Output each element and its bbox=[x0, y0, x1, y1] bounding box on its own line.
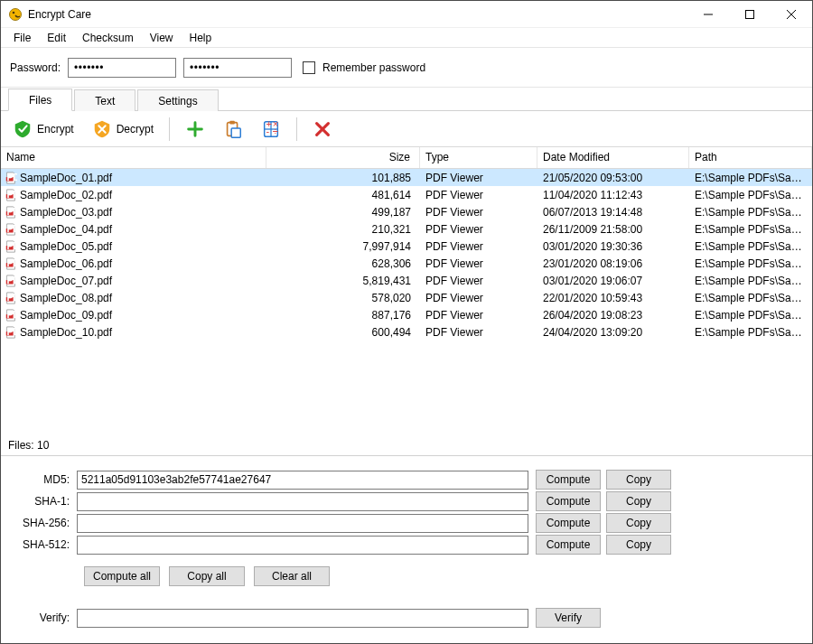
file-name: SampleDoc_02.pdf bbox=[20, 189, 112, 201]
table-row[interactable]: PDFSampleDoc_04.pdf210,321PDF Viewer26/1… bbox=[1, 220, 812, 238]
file-type: PDF Viewer bbox=[420, 275, 537, 287]
table-row[interactable]: PDFSampleDoc_02.pdf481,614PDF Viewer11/0… bbox=[1, 186, 812, 203]
sha512-input[interactable] bbox=[77, 536, 528, 555]
pdf-icon: PDF bbox=[5, 240, 17, 253]
svg-text:PDF: PDF bbox=[6, 257, 17, 268]
add-button[interactable] bbox=[179, 115, 211, 144]
file-size: 887,176 bbox=[266, 309, 420, 322]
file-date: 03/01/2020 19:06:07 bbox=[537, 275, 689, 287]
col-header-type[interactable]: Type bbox=[420, 147, 537, 168]
remember-password-label: Remember password bbox=[322, 61, 425, 74]
svg-text:PDF: PDF bbox=[6, 189, 17, 200]
col-header-name[interactable]: Name bbox=[1, 147, 266, 168]
file-size: 628,306 bbox=[266, 257, 420, 270]
tab-strip: Files Text Settings bbox=[1, 88, 812, 111]
verify-label: Verify: bbox=[12, 611, 77, 624]
tab-settings[interactable]: Settings bbox=[137, 89, 218, 111]
svg-text:PDF: PDF bbox=[6, 275, 17, 285]
encrypt-button[interactable]: Encrypt bbox=[6, 115, 80, 144]
compute-all-button[interactable]: Compute all bbox=[84, 566, 160, 586]
table-row[interactable]: PDFSampleDoc_01.pdf101,885PDF Viewer21/0… bbox=[1, 169, 812, 186]
file-name: SampleDoc_09.pdf bbox=[20, 309, 112, 322]
table-row[interactable]: PDFSampleDoc_09.pdf887,176PDF Viewer26/0… bbox=[1, 306, 812, 323]
file-type: PDF Viewer bbox=[420, 240, 537, 253]
file-path: E:\Sample PDFs\Sam... bbox=[689, 309, 812, 322]
sha1-label: SHA-1: bbox=[12, 495, 77, 508]
password-label: Password: bbox=[10, 61, 61, 74]
copy-all-button[interactable]: Copy all bbox=[169, 566, 245, 586]
sha256-input[interactable] bbox=[77, 514, 528, 533]
table-row[interactable]: PDFSampleDoc_08.pdf578,020PDF Viewer22/0… bbox=[1, 289, 812, 306]
menu-view[interactable]: View bbox=[143, 30, 181, 46]
svg-text:PDF: PDF bbox=[6, 172, 17, 182]
password-input-1[interactable] bbox=[68, 58, 176, 78]
table-row[interactable]: PDFSampleDoc_03.pdf499,187PDF Viewer06/0… bbox=[1, 203, 812, 220]
md5-input[interactable] bbox=[77, 471, 528, 490]
file-type: PDF Viewer bbox=[420, 223, 537, 236]
file-path: E:\Sample PDFs\Sam... bbox=[689, 223, 812, 236]
menu-file[interactable]: File bbox=[6, 30, 38, 46]
password-input-2[interactable] bbox=[183, 58, 292, 78]
shield-green-icon bbox=[13, 119, 33, 139]
sha512-compute-button[interactable]: Compute bbox=[536, 535, 601, 555]
pdf-icon: PDF bbox=[5, 257, 17, 270]
file-name: SampleDoc_07.pdf bbox=[20, 275, 112, 287]
close-button[interactable] bbox=[771, 1, 812, 27]
verify-button[interactable]: Verify bbox=[536, 608, 601, 628]
table-row[interactable]: PDFSampleDoc_07.pdf5,819,431PDF Viewer03… bbox=[1, 272, 812, 289]
file-date: 24/04/2020 13:09:20 bbox=[537, 326, 689, 339]
menu-help[interactable]: Help bbox=[182, 30, 220, 46]
table-row[interactable]: PDFSampleDoc_05.pdf7,997,914PDF Viewer03… bbox=[1, 238, 812, 255]
md5-compute-button[interactable]: Compute bbox=[536, 470, 601, 490]
menu-checksum[interactable]: Checksum bbox=[75, 30, 141, 46]
minimize-button[interactable] bbox=[687, 1, 729, 27]
sha1-input[interactable] bbox=[77, 492, 528, 511]
svg-point-1 bbox=[13, 11, 15, 14]
menu-edit[interactable]: Edit bbox=[40, 30, 73, 46]
delete-button[interactable] bbox=[306, 115, 339, 144]
decrypt-button[interactable]: Decrypt bbox=[86, 115, 160, 144]
sha256-copy-button[interactable]: Copy bbox=[606, 513, 671, 533]
toolbar: Encrypt Decrypt +×-÷ bbox=[1, 111, 812, 147]
file-size: 578,020 bbox=[266, 292, 420, 304]
paste-button[interactable] bbox=[217, 115, 249, 144]
file-size: 101,885 bbox=[266, 172, 420, 184]
svg-text:PDF: PDF bbox=[6, 309, 17, 320]
maximize-button[interactable] bbox=[729, 1, 771, 27]
tab-files[interactable]: Files bbox=[8, 89, 72, 111]
clear-all-button[interactable]: Clear all bbox=[254, 566, 330, 586]
file-date: 26/11/2009 21:58:00 bbox=[537, 223, 689, 236]
file-size: 210,321 bbox=[266, 223, 420, 236]
table-row[interactable]: PDFSampleDoc_06.pdf628,306PDF Viewer23/0… bbox=[1, 255, 812, 272]
sha1-compute-button[interactable]: Compute bbox=[536, 491, 601, 511]
svg-text:PDF: PDF bbox=[6, 240, 17, 251]
sha512-copy-button[interactable]: Copy bbox=[606, 535, 671, 555]
pdf-icon: PDF bbox=[5, 189, 17, 201]
sha1-copy-button[interactable]: Copy bbox=[606, 491, 671, 511]
svg-text:-: - bbox=[266, 126, 270, 136]
tab-text[interactable]: Text bbox=[74, 89, 136, 111]
col-header-path[interactable]: Path bbox=[689, 147, 812, 168]
file-path: E:\Sample PDFs\Sam... bbox=[689, 257, 812, 270]
col-header-size[interactable]: Size bbox=[266, 147, 420, 168]
file-date: 26/04/2020 19:08:23 bbox=[537, 309, 689, 322]
md5-copy-button[interactable]: Copy bbox=[606, 470, 671, 490]
svg-text:PDF: PDF bbox=[6, 206, 17, 217]
verify-input[interactable] bbox=[77, 609, 528, 628]
menubar: File Edit Checksum View Help bbox=[1, 28, 812, 48]
file-name: SampleDoc_10.pdf bbox=[20, 326, 112, 339]
remember-password-checkbox[interactable] bbox=[303, 61, 315, 74]
decrypt-label: Decrypt bbox=[117, 123, 154, 135]
sha256-compute-button[interactable]: Compute bbox=[536, 513, 601, 533]
plus-icon bbox=[185, 119, 205, 139]
svg-rect-7 bbox=[229, 120, 235, 124]
file-name: SampleDoc_03.pdf bbox=[20, 206, 112, 219]
file-date: 03/01/2020 19:30:36 bbox=[537, 240, 689, 253]
file-type: PDF Viewer bbox=[420, 309, 537, 322]
table-row[interactable]: PDFSampleDoc_10.pdf600,494PDF Viewer24/0… bbox=[1, 323, 812, 341]
file-name: SampleDoc_01.pdf bbox=[20, 172, 112, 184]
file-path: E:\Sample PDFs\Sam... bbox=[689, 240, 812, 253]
col-header-date[interactable]: Date Modified bbox=[537, 147, 689, 168]
sha512-label: SHA-512: bbox=[12, 538, 77, 551]
calculate-button[interactable]: +×-÷ bbox=[255, 115, 287, 144]
